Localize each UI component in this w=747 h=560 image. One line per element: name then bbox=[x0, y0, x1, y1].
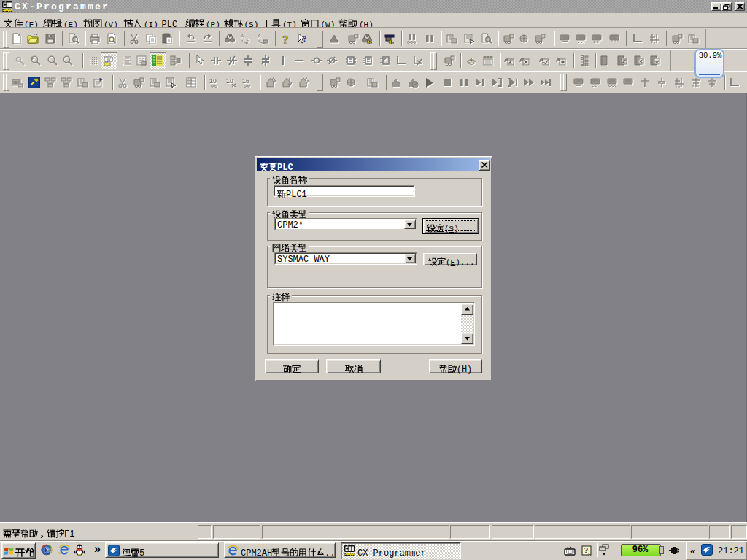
svg-text:16: 16 bbox=[242, 77, 249, 85]
svg-text:A: A bbox=[241, 34, 244, 39]
svg-text:002: 002 bbox=[187, 81, 193, 84]
svg-text:10: 10 bbox=[226, 77, 233, 85]
svg-text:A: A bbox=[258, 34, 261, 39]
svg-text:W: W bbox=[107, 57, 112, 61]
svg-text:?: ? bbox=[282, 33, 289, 44]
svg-text:10: 10 bbox=[209, 77, 217, 85]
svg-text:!: ! bbox=[391, 40, 392, 44]
svg-text:?: ? bbox=[303, 34, 307, 43]
svg-text:?: ? bbox=[584, 546, 589, 555]
svg-text:B: B bbox=[247, 38, 250, 43]
